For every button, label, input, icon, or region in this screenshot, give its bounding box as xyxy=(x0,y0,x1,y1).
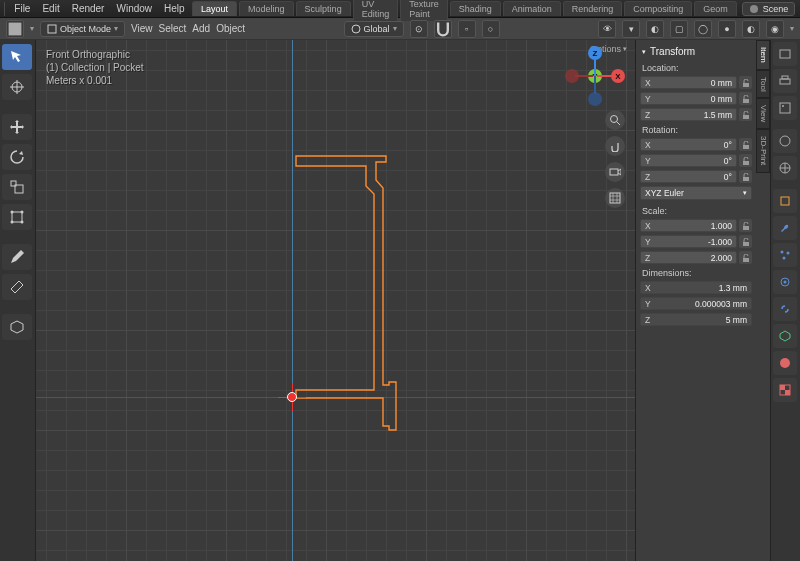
tool-transform[interactable] xyxy=(2,204,32,230)
tool-move[interactable] xyxy=(2,114,32,140)
lock-location-x[interactable] xyxy=(739,76,752,89)
pencil-icon xyxy=(9,249,25,265)
workspace-tab-rendering[interactable]: Rendering xyxy=(563,1,623,16)
prop-tab-texture[interactable] xyxy=(773,378,797,402)
shading-rendered-icon[interactable]: ◉ xyxy=(766,20,784,38)
tool-measure[interactable] xyxy=(2,274,32,300)
camera-button[interactable] xyxy=(605,162,625,182)
workspace-tab-layout[interactable]: Layout xyxy=(192,1,237,16)
prop-tab-scene[interactable] xyxy=(773,129,797,153)
n-tab-3dprint[interactable]: 3D-Print xyxy=(756,129,770,172)
workspace-tab-modeling[interactable]: Modeling xyxy=(239,1,294,16)
overlay-toggle-icon[interactable]: ◐ xyxy=(646,20,664,38)
visibility-icon[interactable]: 👁 xyxy=(598,20,616,38)
prop-tab-world[interactable] xyxy=(773,156,797,180)
viewport-3d[interactable]: Front Orthographic (1) Collection | Pock… xyxy=(36,40,635,561)
prop-tab-render[interactable] xyxy=(773,42,797,66)
prop-tab-material[interactable] xyxy=(773,351,797,375)
workspace-tab-shading[interactable]: Shading xyxy=(450,1,501,16)
rotation-y-field[interactable]: Y0° xyxy=(640,154,737,167)
pan-button[interactable] xyxy=(605,136,625,156)
rotation-z-field[interactable]: Z0° xyxy=(640,170,737,183)
prop-tab-particles[interactable] xyxy=(773,243,797,267)
workspace-tab-sculpting[interactable]: Sculpting xyxy=(296,1,351,16)
proportional-edit-icon[interactable]: ○ xyxy=(482,20,500,38)
scale-x-field[interactable]: X1.000 xyxy=(640,219,737,232)
mode-selector[interactable]: Object Mode ▾ xyxy=(40,21,125,37)
xray-toggle-icon[interactable]: ▢ xyxy=(670,20,688,38)
menu-edit[interactable]: Edit xyxy=(36,3,65,14)
n-tab-tool[interactable]: Tool xyxy=(756,70,770,99)
location-x-field[interactable]: X0 mm xyxy=(640,76,737,89)
svg-rect-14 xyxy=(610,193,620,203)
menu-view[interactable]: View xyxy=(131,23,153,34)
workspace-tab-animation[interactable]: Animation xyxy=(503,1,561,16)
workspace-tab-compositing[interactable]: Compositing xyxy=(624,1,692,16)
prop-tab-object[interactable] xyxy=(773,189,797,213)
dim-x-field[interactable]: X1.3 mm xyxy=(640,281,752,294)
scale-y-field[interactable]: Y-1.000 xyxy=(640,235,737,248)
prop-tab-output[interactable] xyxy=(773,69,797,93)
location-z-field[interactable]: Z1.5 mm xyxy=(640,108,737,121)
menu-select[interactable]: Select xyxy=(159,23,187,34)
lock-scale-x[interactable] xyxy=(739,219,752,232)
zoom-button[interactable] xyxy=(605,110,625,130)
menu-render[interactable]: Render xyxy=(66,3,111,14)
n-tab-view[interactable]: View xyxy=(756,98,770,129)
gizmo-z-neg[interactable] xyxy=(588,92,602,106)
prop-tab-physics[interactable] xyxy=(773,270,797,294)
dim-y-field[interactable]: Y0.000003 mm xyxy=(640,297,752,310)
tool-scale[interactable] xyxy=(2,174,32,200)
tool-add-cube[interactable] xyxy=(2,314,32,340)
prop-tab-constraints[interactable] xyxy=(773,297,797,321)
snap-toggle[interactable] xyxy=(434,20,452,38)
lock-scale-z[interactable] xyxy=(739,251,752,264)
tool-rotate[interactable] xyxy=(2,144,32,170)
prop-tab-modifiers[interactable] xyxy=(773,216,797,240)
shading-matprev-icon[interactable]: ◐ xyxy=(742,20,760,38)
dim-z-field[interactable]: Z5 mm xyxy=(640,313,752,326)
svg-rect-20 xyxy=(743,177,749,181)
lock-rotation-z[interactable] xyxy=(739,170,752,183)
scene-selector[interactable]: Scene xyxy=(742,2,796,16)
rotation-x-field[interactable]: X0° xyxy=(640,138,737,151)
svg-point-32 xyxy=(781,251,784,254)
workspace-tab-texturepaint[interactable]: Texture Paint xyxy=(400,0,448,21)
nav-gizmo[interactable]: Z X Y xyxy=(565,46,625,106)
editor-type-icon[interactable] xyxy=(6,20,24,38)
add-cube-icon xyxy=(9,319,25,335)
svg-rect-7 xyxy=(12,212,22,222)
shading-solid-icon[interactable]: ● xyxy=(718,20,736,38)
tool-select-box[interactable] xyxy=(2,44,32,70)
prop-tab-data[interactable] xyxy=(773,324,797,348)
menu-object[interactable]: Object xyxy=(216,23,245,34)
lock-location-y[interactable] xyxy=(739,92,752,105)
workspace-tab-uv[interactable]: UV Editing xyxy=(353,0,399,21)
prop-tab-viewlayer[interactable] xyxy=(773,96,797,120)
gizmo-toggle-icon[interactable]: ▾ xyxy=(622,20,640,38)
n-tab-item[interactable]: Item xyxy=(756,40,770,70)
menu-window[interactable]: Window xyxy=(110,3,158,14)
unlock-icon xyxy=(742,222,750,230)
lock-rotation-x[interactable] xyxy=(739,138,752,151)
menu-help[interactable]: Help xyxy=(158,3,191,14)
view-info-2: (1) Collection | Pocket xyxy=(46,61,144,74)
perspective-toggle[interactable] xyxy=(605,188,625,208)
orientation-selector[interactable]: Global ▾ xyxy=(344,21,404,37)
tool-cursor[interactable] xyxy=(2,74,32,100)
lock-scale-y[interactable] xyxy=(739,235,752,248)
scale-z-field[interactable]: Z2.000 xyxy=(640,251,737,264)
location-y-field[interactable]: Y0 mm xyxy=(640,92,737,105)
lock-rotation-y[interactable] xyxy=(739,154,752,167)
menu-file[interactable]: File xyxy=(8,3,36,14)
lock-location-z[interactable] xyxy=(739,108,752,121)
svg-point-34 xyxy=(783,257,786,260)
pivot-icon[interactable]: ⊙ xyxy=(410,20,428,38)
workspace-tab-geometry[interactable]: Geom xyxy=(694,1,737,16)
snap-type-icon[interactable]: ▫ xyxy=(458,20,476,38)
shading-wireframe-icon[interactable]: ◯ xyxy=(694,20,712,38)
transform-panel-header[interactable]: ▾ Transform xyxy=(640,44,752,61)
menu-add[interactable]: Add xyxy=(192,23,210,34)
tool-annotate[interactable] xyxy=(2,244,32,270)
rotation-mode-selector[interactable]: XYZ Euler▾ xyxy=(640,186,752,200)
